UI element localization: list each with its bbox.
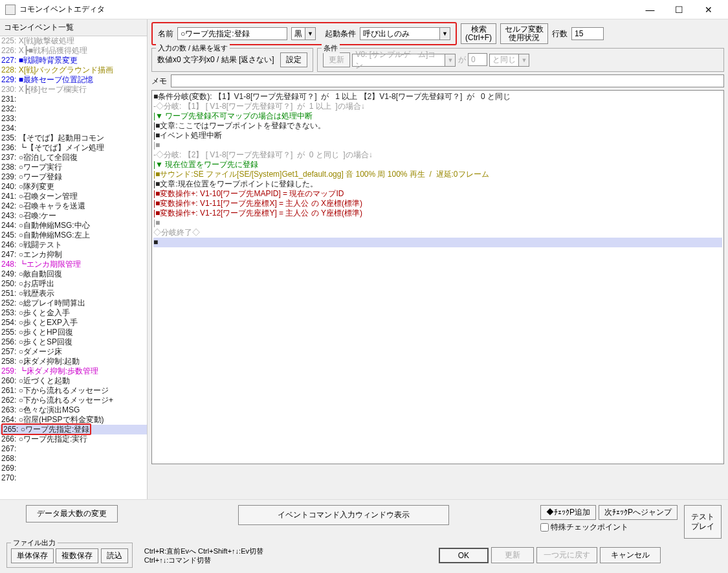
event-row[interactable]: 241: ○召喚ターン管理 [0, 192, 147, 201]
event-row[interactable]: 229: ■最終セーブ位置記憶 [0, 75, 147, 85]
undo-button[interactable]: 一つ元に戻す [536, 547, 597, 563]
event-row[interactable]: 225: X[戦]敵撃破処理 [0, 36, 147, 46]
minimize-button[interactable]: ― [635, 1, 665, 19]
event-row[interactable]: 260: ○近づくと起動 [0, 376, 147, 386]
code-line[interactable]: |■変数操作+: V1-10[ワープ先MAPID] = 現在のマップID [153, 189, 722, 199]
file-output-legend: ファイル出力 [11, 538, 58, 548]
lines-input[interactable] [571, 27, 604, 40]
code-area[interactable]: ■条件分岐(変数): 【1】V1-8[ワープ先登録可？] が 1 以上 【2】V… [151, 90, 724, 464]
code-line[interactable]: ■条件分岐(変数): 【1】V1-8[ワープ先登録可？] が 1 以上 【2】V… [153, 92, 722, 102]
event-row[interactable]: 244: ○自動伸縮MSG:中心 [0, 221, 147, 230]
code-line[interactable]: |■ [153, 218, 722, 228]
titlebar: コモンイベントエディタ ― ☐ ✕ [0, 0, 728, 19]
event-row[interactable]: 249: ○敵自動回復 [0, 269, 147, 279]
event-row[interactable]: 269: [0, 464, 147, 473]
event-row[interactable]: 239: ○ワープ登録 [0, 172, 147, 182]
event-row[interactable]: 265: ○ワープ先指定:登録 [0, 425, 147, 434]
code-line[interactable]: |■文章:現在位置をワープポイントに登録した。 [153, 179, 722, 189]
event-row[interactable]: 262: ○下から流れるメッセージ+ [0, 396, 147, 405]
memo-input[interactable] [171, 74, 724, 87]
event-row[interactable]: 251: ○戦歴表示 [0, 289, 147, 298]
event-row[interactable]: 233: [0, 114, 147, 124]
event-row[interactable]: 268: [0, 454, 147, 464]
code-line[interactable]: |■変数操作+: V1-11[ワープ先座標X] = 主人公 の X座標(標準) [153, 199, 722, 208]
name-input[interactable] [177, 27, 287, 40]
code-line[interactable]: |■文章:ここではワープポイントを登録できない。 [153, 121, 722, 131]
condition-update-button[interactable]: 更新 [323, 52, 350, 67]
color-combo[interactable]: 黒 ▼ [291, 27, 316, 40]
code-line[interactable]: ■ [153, 238, 722, 247]
code-line[interactable]: -◇分岐: 【2】 [ V1-8[ワープ先登録可？] が 0 と同じ ]の場合↓ [153, 150, 722, 160]
cancel-button[interactable]: キャンセル [600, 547, 661, 563]
event-row[interactable]: 261: ○下から流れるメッセージ [0, 386, 147, 396]
code-line[interactable]: ◇分岐終了◇ [153, 228, 722, 238]
event-row[interactable]: 259: ┗床ダメ抑制:歩数管理 [0, 366, 147, 376]
lines-label: 行数 [552, 28, 568, 39]
data-max-button[interactable]: データ最大数の変更 [26, 505, 118, 522]
add-checkpoint-button[interactable]: ◆ﾁｪｯｸP追加 [540, 505, 596, 520]
test-play-button[interactable]: テスト プレイ [684, 505, 722, 539]
event-row[interactable]: 240: ○隊列変更 [0, 182, 147, 192]
event-row[interactable]: 266: ○ワープ先指定:実行 [0, 434, 147, 444]
cmd-window-button[interactable]: イベントコマンド入力ウィンドウ表示 [238, 505, 449, 525]
ok-button[interactable]: OK [439, 548, 489, 563]
event-row[interactable]: 246: ○戦闘テスト [0, 240, 147, 250]
event-row[interactable]: 238: ○ワープ実行 [0, 163, 147, 172]
event-row[interactable]: 226: X┣■戦利品獲得処理 [0, 46, 147, 56]
event-row[interactable]: 252: ○総プレイ時間算出 [0, 298, 147, 308]
event-row[interactable]: 235: 【そでば】起動用コモン [0, 133, 147, 143]
code-line[interactable]: |■ [153, 140, 722, 150]
code-line[interactable]: |■イベント処理中断 [153, 131, 722, 140]
code-line[interactable]: |■サウンド:SE ファイル[SE/[System]Get1_default.o… [153, 170, 722, 179]
load-button[interactable]: 読込 [101, 548, 128, 563]
update-button[interactable]: 更新 [491, 547, 534, 563]
io-fieldset: 入力の数 / 結果を返す 数値x0 文字列x0 / 結果 [返さない] 設定 [151, 48, 313, 72]
event-row[interactable]: 250: ○お店呼出 [0, 279, 147, 289]
event-row[interactable]: 247: ○エンカ抑制 [0, 250, 147, 260]
event-row[interactable]: 230: X┣[移]セーブ欄実行 [0, 85, 147, 95]
code-line[interactable]: |■変数操作+: V1-12[ワープ先座標Y] = 主人公 の Y座標(標準) [153, 208, 722, 218]
event-row[interactable]: 256: ○歩くとSP回復 [0, 337, 147, 347]
color-value: 黒 [292, 28, 305, 39]
event-row[interactable]: 258: ○床ダメ抑制:起動 [0, 357, 147, 366]
event-row[interactable]: 263: ○色々な演出MSG [0, 405, 147, 415]
special-checkpoint-checkbox[interactable]: 特殊チェックポイント [540, 522, 678, 533]
event-row[interactable]: 270: [0, 473, 147, 483]
event-row[interactable]: 254: ○歩くとEXP入手 [0, 318, 147, 328]
code-line[interactable]: -◇分岐: 【1】 [ V1-8[ワープ先登録可？] が 1 以上 ]の場合↓ [153, 102, 722, 111]
search-button[interactable]: 検索 (Ctrl+F) [461, 23, 496, 44]
chevron-down-icon: ▼ [305, 28, 315, 39]
single-save-button[interactable]: 単体保存 [11, 548, 54, 563]
event-row[interactable]: 231: [0, 95, 147, 104]
code-line[interactable]: |▼ ワープ先登録不可マップの場合は処理中断 [153, 111, 722, 121]
event-row[interactable]: 255: ○歩くとHP回復 [0, 328, 147, 337]
event-row[interactable]: 237: ○宿泊して全回復 [0, 153, 147, 163]
event-list[interactable]: 225: X[戦]敵撃破処理226: X┣■戦利品獲得処理227: ■戦闘時背景… [0, 36, 147, 502]
event-row[interactable]: 236: ┗【そでば】メイン処理 [0, 143, 147, 153]
multi-save-button[interactable]: 複数保存 [56, 548, 98, 563]
selfvar-button[interactable]: セルフ変数 使用状況 [500, 23, 548, 44]
event-row[interactable]: 243: ○召喚:ケー [0, 211, 147, 221]
io-legend: 入力の数 / 結果を返す [156, 43, 230, 53]
special-checkpoint-input[interactable] [540, 523, 549, 532]
event-row[interactable]: 232: [0, 104, 147, 114]
event-row[interactable]: 227: ■戦闘時背景変更 [0, 56, 147, 65]
condition-op-value: と同じ [490, 54, 518, 65]
event-row[interactable]: 228: X[戦]バックグラウンド描画 [0, 65, 147, 75]
next-checkpoint-button[interactable]: 次ﾁｪｯｸPへジャンプ [599, 505, 678, 520]
maximize-button[interactable]: ☐ [665, 1, 694, 19]
code-line[interactable]: |▼ 現在位置をワープ先に登録 [153, 160, 722, 170]
event-row[interactable]: 234: [0, 124, 147, 133]
io-setting-button[interactable]: 設定 [280, 52, 307, 67]
event-row[interactable]: 245: ○自動伸縮MSG:左上 [0, 230, 147, 240]
trigger-combo[interactable]: 呼び出しのみ ▼ [360, 27, 450, 40]
close-button[interactable]: ✕ [694, 1, 723, 19]
event-row[interactable]: 253: ○歩くと金入手 [0, 308, 147, 318]
event-row[interactable]: 257: ○ダメージ床 [0, 347, 147, 357]
event-row[interactable]: 242: ○召喚キャラを送還 [0, 201, 147, 211]
condition-op-combo[interactable]: と同じ ▼ [489, 54, 529, 67]
event-row[interactable]: 248: ┗エンカ期限管理 [0, 260, 147, 269]
condition-var-combo[interactable]: V0: [サンプルゲーム]コン ▼ [352, 54, 456, 67]
condition-num-input[interactable] [468, 53, 487, 66]
event-row[interactable]: 267: [0, 444, 147, 454]
